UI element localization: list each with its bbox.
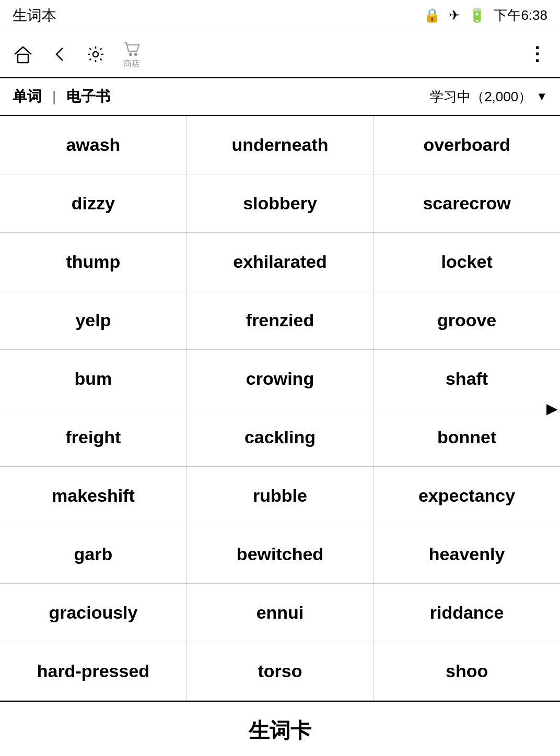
word-cell[interactable]: awash xyxy=(0,116,186,174)
back-button[interactable] xyxy=(50,45,69,64)
word-table: awashunderneathoverboarddizzyslobberysca… xyxy=(0,116,560,701)
table-row[interactable]: graciouslyennuiriddance xyxy=(0,584,560,642)
word-cell[interactable]: bewitched xyxy=(186,525,373,584)
status-icons: 🔒 ✈ 🔋 下午6:38 xyxy=(424,6,547,25)
svg-point-2 xyxy=(130,53,132,55)
word-cell[interactable]: locket xyxy=(374,233,560,291)
word-cell[interactable]: underneath xyxy=(186,116,373,174)
word-cell[interactable]: ennui xyxy=(186,584,373,642)
word-cell[interactable]: heavenly xyxy=(374,525,560,584)
nav-bar: 商店 ⋮ xyxy=(0,31,560,78)
word-cell[interactable]: exhilarated xyxy=(186,233,373,291)
svg-point-3 xyxy=(135,53,137,55)
word-cell[interactable]: bonnet xyxy=(374,408,560,467)
table-row[interactable]: hard-pressedtorsoshoo xyxy=(0,642,560,701)
word-cell[interactable]: graciously xyxy=(0,584,186,642)
word-cell[interactable]: bum xyxy=(0,350,186,408)
lock-icon: 🔒 xyxy=(424,7,440,23)
tab-ebook[interactable]: 电子书 xyxy=(66,87,110,107)
table-row[interactable]: garbbewitchedheavenly xyxy=(0,525,560,584)
table-row[interactable]: dizzyslobberyscarecrow xyxy=(0,174,560,233)
word-cell[interactable]: torso xyxy=(186,642,373,701)
word-cell[interactable]: scarecrow xyxy=(374,174,560,233)
table-row[interactable]: makeshiftrubbleexpectancy xyxy=(0,467,560,525)
word-cell[interactable]: frenzied xyxy=(186,291,373,350)
word-cell[interactable]: overboard xyxy=(374,116,560,174)
word-cell[interactable]: makeshift xyxy=(0,467,186,525)
shop-button[interactable]: 商店 xyxy=(122,40,141,69)
word-cell[interactable]: groove xyxy=(374,291,560,350)
time-display: 下午6:38 xyxy=(494,6,547,25)
word-cell[interactable]: freight xyxy=(0,408,186,467)
table-row[interactable]: thumpexhilaratedlocket xyxy=(0,233,560,291)
tab-words[interactable]: 单词 xyxy=(13,87,42,107)
bottom-tab[interactable]: 生词卡 xyxy=(0,701,560,756)
table-row[interactable]: awashunderneathoverboard xyxy=(0,116,560,174)
word-cell[interactable]: hard-pressed xyxy=(0,642,186,701)
word-cell[interactable]: crowing xyxy=(186,350,373,408)
word-cell[interactable]: dizzy xyxy=(0,174,186,233)
status-filter[interactable]: 学习中（2,000） ▼ xyxy=(430,88,547,106)
airplane-icon: ✈ xyxy=(449,7,460,23)
tab-bar: 单词 | 电子书 学习中（2,000） ▼ xyxy=(0,78,560,116)
status-label: 学习中（2,000） xyxy=(430,88,532,106)
word-cell[interactable]: rubble xyxy=(186,467,373,525)
more-button[interactable]: ⋮ xyxy=(528,43,547,65)
battery-icon: 🔋 xyxy=(469,7,485,23)
word-cell[interactable]: expectancy xyxy=(374,467,560,525)
status-bar: 生词本 🔒 ✈ 🔋 下午6:38 xyxy=(0,0,560,31)
word-cell[interactable]: thump xyxy=(0,233,186,291)
shop-label: 商店 xyxy=(123,58,140,69)
word-cell[interactable]: garb xyxy=(0,525,186,584)
svg-point-1 xyxy=(93,52,98,57)
settings-button[interactable] xyxy=(86,44,106,64)
scroll-right-indicator: ▶ xyxy=(546,400,558,417)
word-cell[interactable]: shoo xyxy=(374,642,560,701)
tab-divider: | xyxy=(52,88,56,105)
table-row[interactable]: freightcacklingbonnet xyxy=(0,408,560,467)
home-button[interactable] xyxy=(13,44,33,65)
app-name: 生词本 xyxy=(13,6,56,26)
svg-rect-0 xyxy=(18,54,28,63)
word-cell[interactable]: shaft xyxy=(374,350,560,408)
chevron-down-icon: ▼ xyxy=(536,90,547,103)
flashcard-tab-label: 生词卡 xyxy=(249,719,311,742)
word-cell[interactable]: slobbery xyxy=(186,174,373,233)
word-cell[interactable]: riddance xyxy=(374,584,560,642)
table-row[interactable]: bumcrowingshaft xyxy=(0,350,560,408)
table-row[interactable]: yelpfrenziedgroove xyxy=(0,291,560,350)
word-cell[interactable]: yelp xyxy=(0,291,186,350)
word-grid-container: awashunderneathoverboarddizzyslobberysca… xyxy=(0,116,560,701)
word-cell[interactable]: cackling xyxy=(186,408,373,467)
